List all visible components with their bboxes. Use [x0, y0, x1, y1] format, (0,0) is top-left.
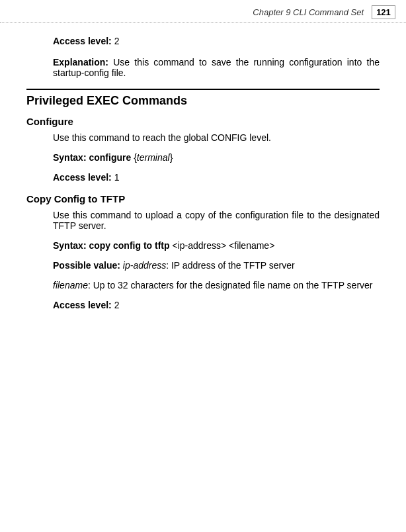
configure-syntax-line: Syntax: configure {terminal} [53, 152, 380, 163]
copy-config-syntax-params: <ip-address> <filename> [172, 240, 274, 251]
possible-value-italic: ip-address [123, 260, 166, 271]
page-number: 121 [372, 5, 395, 19]
page-container: Chapter 9 CLI Command Set 121 Access lev… [0, 0, 406, 532]
configure-description: Use this command to reach the global CON… [53, 132, 380, 143]
configure-syntax-label: Syntax: [53, 152, 89, 163]
copy-config-syntax-line: Syntax: copy config to tftp <ip-address>… [53, 240, 380, 251]
main-content: Access level: 2 Explanation: Use this co… [0, 25, 406, 334]
filename-text: : Up to 32 characters for the designated… [88, 280, 373, 290]
configure-syntax-cmd: configure [89, 152, 131, 163]
copy-config-possible-value: Possible value: ip-address: IP address o… [53, 260, 380, 271]
filename-italic: filename [53, 280, 88, 290]
configure-subheading: Configure [26, 116, 380, 127]
configure-access-level: Access level: 1 [53, 172, 380, 183]
access-level-label-top: Access level: [53, 36, 112, 46]
explanation-block: Explanation: Use this command to save th… [26, 57, 380, 78]
access-level-block-top: Access level: 2 [26, 36, 380, 46]
configure-syntax-italic: terminal [137, 152, 170, 163]
possible-value-text: : IP address of the TFTP server [166, 260, 295, 271]
copy-config-syntax-cmd: copy config to tftp [89, 240, 169, 251]
possible-value-label: Possible value: [53, 260, 120, 271]
copy-config-access-level: Access level: 2 [53, 300, 380, 310]
copy-config-description: Use this command to upload a copy of the… [53, 210, 380, 231]
filename-block: filename: Up to 32 characters for the de… [53, 280, 380, 290]
configure-syntax-brace-close: } [170, 152, 173, 163]
privileged-exec-heading: Privileged EXEC Commands [26, 94, 380, 108]
copy-config-subheading: Copy Config to TFTP [26, 193, 380, 204]
configure-content: Use this command to reach the global CON… [26, 132, 380, 183]
explanation-label: Explanation: [53, 57, 108, 67]
copy-config-syntax-label: Syntax: [53, 240, 89, 251]
section-divider [26, 89, 380, 90]
copy-config-content: Use this command to upload a copy of the… [26, 210, 380, 310]
copy-config-access-value: 2 [114, 300, 120, 310]
page-header: Chapter 9 CLI Command Set 121 [0, 0, 406, 22]
copy-config-access-label: Access level: [53, 300, 112, 310]
access-level-value-top: 2 [114, 36, 120, 46]
configure-access-label: Access level: [53, 172, 112, 183]
chapter-title: Chapter 9 CLI Command Set [11, 7, 372, 17]
configure-access-value: 1 [114, 172, 120, 183]
